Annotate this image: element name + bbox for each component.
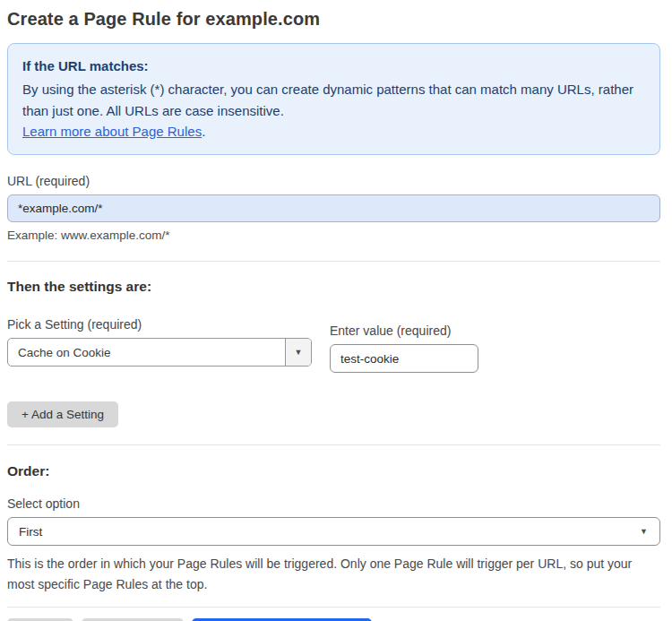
setting-row: Pick a Setting (required) Cache on Cooki… (7, 317, 660, 373)
pick-setting-label: Pick a Setting (required) (7, 317, 312, 332)
link-period: . (202, 124, 205, 139)
url-matches-info-box: If the URL matches: By using the asteris… (7, 43, 660, 155)
url-field-block: URL (required) Example: www.example.com/… (7, 174, 660, 242)
enter-value-label: Enter value (required) (330, 323, 478, 338)
info-box-body: By using the asterisk (*) character, you… (22, 79, 645, 121)
url-example-helper: Example: www.example.com/* (7, 229, 660, 242)
url-input[interactable] (7, 194, 660, 222)
page-title: Create a Page Rule for example.com (7, 9, 660, 30)
setting-value-input[interactable] (330, 344, 478, 373)
settings-section-heading: Then the settings are: (7, 279, 660, 295)
order-select[interactable]: First ▼ (7, 517, 660, 546)
order-section-heading: Order: (7, 463, 660, 479)
info-box-link-line: Learn more about Page Rules. (22, 121, 645, 142)
chevron-down-icon: ▼ (640, 528, 648, 536)
chevron-down-icon: ▼ (295, 349, 303, 357)
order-select-label: Select option (7, 496, 660, 511)
pick-setting-selected-value: Cache on Cookie (8, 346, 285, 359)
divider (7, 261, 660, 262)
page-rule-form: Create a Page Rule for example.com If th… (0, 0, 672, 621)
info-box-heading: If the URL matches: (22, 56, 645, 76)
order-selected-value: First (8, 525, 53, 539)
url-field-label: URL (required) (7, 174, 660, 188)
pick-setting-column: Pick a Setting (required) Cache on Cooki… (7, 317, 312, 367)
pick-setting-arrow-button[interactable]: ▼ (285, 339, 311, 366)
enter-value-column: Enter value (required) (330, 317, 478, 373)
add-setting-button[interactable]: + Add a Setting (7, 401, 118, 427)
divider (7, 444, 660, 445)
pick-setting-select[interactable]: Cache on Cookie ▼ (7, 338, 312, 367)
order-helper-text: This is the order in which your Page Rul… (7, 554, 656, 595)
divider (7, 607, 660, 608)
learn-more-link[interactable]: Learn more about Page Rules (22, 124, 202, 139)
